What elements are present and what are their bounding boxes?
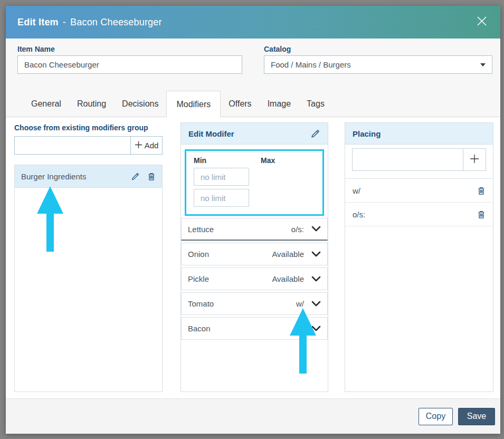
add-button-label: Add <box>145 141 159 150</box>
trash-icon[interactable] <box>477 186 486 195</box>
max-label: Max <box>261 156 275 165</box>
modifier-name: Bacon <box>188 324 211 333</box>
modifier-name: Onion <box>188 250 209 259</box>
placing-add-row <box>345 145 493 179</box>
tab-modifiers[interactable]: Modifiers <box>166 91 221 117</box>
modifier-group-row[interactable]: Burger Ingredients <box>15 165 162 188</box>
modifier-group-add-row: Add <box>14 136 163 155</box>
tab-tags-label: Tags <box>307 99 325 109</box>
trash-icon[interactable] <box>147 172 156 181</box>
tab-tags[interactable]: Tags <box>299 91 332 117</box>
chevron-down-icon[interactable] <box>311 251 321 257</box>
min-label: Min <box>194 156 261 165</box>
dialog-title-separator: - <box>63 17 66 27</box>
modifier-status: w/ <box>296 324 304 333</box>
tab-modifiers-label: Modifiers <box>176 100 211 109</box>
modifier-status: Available <box>272 250 304 259</box>
copy-button[interactable]: Copy <box>419 408 453 425</box>
modifier-status: Available <box>272 274 304 283</box>
close-button[interactable] <box>475 15 489 29</box>
placing-row-os[interactable]: o/s: <box>345 203 493 226</box>
min-max-limit-box: Min Max <box>185 149 324 216</box>
edit-modifier-title: Edit Modifer <box>188 129 234 138</box>
tab-image-label: Image <box>268 99 291 109</box>
modifier-name: Tomato <box>188 299 214 308</box>
plus-icon <box>469 154 480 166</box>
tab-image[interactable]: Image <box>260 91 299 117</box>
catalog-label: Catalog <box>264 45 291 53</box>
edit-pencil-icon[interactable] <box>310 129 320 139</box>
tab-routing[interactable]: Routing <box>69 91 114 117</box>
tab-routing-label: Routing <box>77 99 106 109</box>
max-input[interactable] <box>194 189 249 207</box>
dialog-title-prefix: Edit Item <box>17 17 59 27</box>
placing-title: Placing <box>353 129 381 138</box>
chevron-down-icon <box>480 63 486 66</box>
trash-icon[interactable] <box>477 210 486 219</box>
item-name-label: Item Name <box>17 45 55 53</box>
chevron-down-icon[interactable] <box>311 226 321 232</box>
tab-bar: General Routing Decisions Modifiers Offe… <box>6 91 500 117</box>
edit-pencil-icon[interactable] <box>131 172 140 181</box>
plus-icon <box>135 141 142 150</box>
chevron-down-icon[interactable] <box>311 301 321 307</box>
placing-row-w[interactable]: w/ <box>345 179 493 203</box>
tab-general[interactable]: General <box>23 91 69 117</box>
chevron-down-icon[interactable] <box>311 326 321 332</box>
edit-item-dialog: Edit Item-Bacon Cheeseburger Item Name C… <box>6 6 500 434</box>
placing-panel: Placing w/ o/s: <box>345 122 493 392</box>
dialog-footer: Copy Save <box>6 398 500 434</box>
modifier-groups-label: Choose from existing modifiers group <box>14 123 148 132</box>
item-name-input[interactable] <box>17 55 242 74</box>
placing-option-label: w/ <box>353 186 360 195</box>
placing-option-label: o/s: <box>353 210 365 219</box>
catalog-selected-value: Food / Mains / Burgers <box>271 60 351 69</box>
modifier-row-pickle[interactable]: Pickle Available <box>181 268 328 290</box>
save-button[interactable]: Save <box>458 408 495 425</box>
close-icon <box>476 15 488 30</box>
upper-section: Item Name Catalog Food / Mains / Burgers… <box>6 39 500 117</box>
modifier-group-name: Burger Ingredients <box>21 172 86 181</box>
dialog-title-item-name: Bacon Cheeseburger <box>70 17 162 27</box>
modifier-status: o/s: <box>291 225 304 234</box>
placing-header: Placing <box>345 123 493 145</box>
tab-decisions-label: Decisions <box>122 99 158 109</box>
dialog-header: Edit Item-Bacon Cheeseburger <box>6 6 500 39</box>
modifier-name: Pickle <box>188 274 209 283</box>
modifier-groups-list: Burger Ingredients <box>14 165 163 392</box>
placing-input[interactable] <box>352 148 463 171</box>
edit-modifier-header: Edit Modifer <box>181 123 328 145</box>
add-placing-button[interactable] <box>463 148 486 171</box>
min-input[interactable] <box>194 168 249 186</box>
dialog-title: Edit Item-Bacon Cheeseburger <box>17 17 162 28</box>
edit-modifier-panel: Edit Modifer Min Max Lettuce o/s: Onion <box>180 122 328 392</box>
modifier-row-tomato[interactable]: Tomato w/ <box>181 292 328 315</box>
modifier-group-input[interactable] <box>14 136 131 155</box>
tab-general-label: General <box>31 99 61 109</box>
tab-offers[interactable]: Offers <box>221 91 259 117</box>
modifier-row-bacon[interactable]: Bacon w/ <box>181 317 328 340</box>
modifier-row-lettuce[interactable]: Lettuce o/s: <box>181 218 328 241</box>
add-modifier-group-button[interactable]: Add <box>131 136 163 155</box>
modifiers-tab-content: Choose from existing modifiers group Add… <box>6 117 500 398</box>
modifier-row-onion[interactable]: Onion Available <box>181 243 328 265</box>
catalog-select[interactable]: Food / Mains / Burgers <box>264 55 492 74</box>
tab-decisions[interactable]: Decisions <box>114 91 166 117</box>
tab-offers-label: Offers <box>229 99 251 109</box>
modifier-name: Lettuce <box>188 225 214 234</box>
modifier-status: w/ <box>296 299 304 308</box>
chevron-down-icon[interactable] <box>311 276 321 282</box>
